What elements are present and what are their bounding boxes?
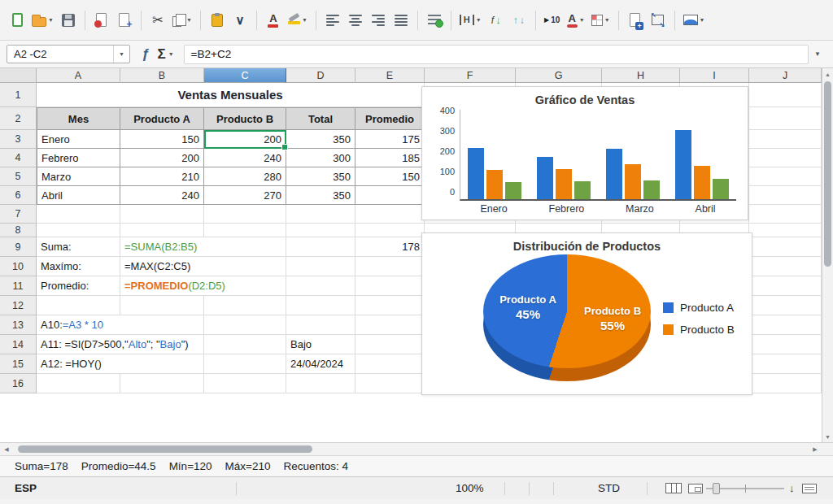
vertical-scrollbar-thumb[interactable] xyxy=(824,81,831,267)
cell-B11[interactable]: =PROMEDIO(D2:D5) xyxy=(120,276,204,296)
row-header-15[interactable]: 15 xyxy=(0,354,37,374)
row-header-6[interactable]: 6 xyxy=(0,186,37,205)
cell-D6[interactable]: 350 xyxy=(286,186,355,205)
merge-cells-button[interactable]: H▼ xyxy=(457,8,484,33)
cell-D4[interactable]: 300 xyxy=(286,149,355,167)
name-box-dropdown[interactable]: ▼ xyxy=(113,46,129,63)
sum-icon[interactable]: Σ xyxy=(157,46,165,63)
row-header-1[interactable]: 1 xyxy=(0,83,37,107)
sort-ascending-button[interactable]: f↓ xyxy=(486,8,507,33)
cell-B12[interactable] xyxy=(120,296,204,315)
row-header-4[interactable]: 4 xyxy=(0,149,37,167)
cell-C3[interactable]: 200 xyxy=(204,130,286,149)
cell-B2[interactable]: Producto A xyxy=(120,107,204,130)
pie-chart-panel[interactable]: Distribución de Productos Producto A 45%… xyxy=(421,232,752,395)
cell-J2[interactable] xyxy=(749,107,822,130)
align-left-button[interactable] xyxy=(322,8,343,33)
cell-D12[interactable] xyxy=(286,296,355,315)
cell-D16[interactable] xyxy=(286,374,355,393)
scroll-up-icon[interactable]: ▲ xyxy=(822,68,833,80)
cell-J6[interactable] xyxy=(749,186,822,205)
page-style-icon[interactable] xyxy=(802,484,817,493)
cell-A10[interactable]: Maxímo: xyxy=(37,257,120,276)
cell-B13[interactable] xyxy=(120,315,204,335)
chevron-down-icon[interactable]: ▼ xyxy=(168,51,174,57)
column-header-I[interactable]: I xyxy=(680,68,749,83)
cut-button[interactable]: ✂ xyxy=(147,8,168,33)
cell-C12[interactable] xyxy=(204,296,286,315)
column-header-D[interactable]: D xyxy=(286,68,355,83)
cell-J9[interactable] xyxy=(749,237,822,257)
row-header-8[interactable]: 8 xyxy=(0,224,37,237)
cell-A13[interactable]: A10: =A3 * 10 xyxy=(37,315,120,335)
resize-object-button[interactable] xyxy=(648,8,669,33)
cell-J3[interactable] xyxy=(749,130,822,149)
cell-J5[interactable] xyxy=(749,167,822,186)
row-header-3[interactable]: 3 xyxy=(0,130,37,149)
cell-C6[interactable]: 270 xyxy=(204,186,286,205)
cell-J12[interactable] xyxy=(749,296,822,315)
cell-D2[interactable]: Total xyxy=(286,107,355,130)
row-header-7[interactable]: 7 xyxy=(0,205,37,224)
export-pdf-button[interactable] xyxy=(91,8,112,33)
column-header-C[interactable]: C xyxy=(204,68,286,83)
cell-C4[interactable]: 240 xyxy=(204,149,286,167)
cell-J7[interactable] xyxy=(749,205,822,224)
scroll-left-icon[interactable]: ◀ xyxy=(0,443,13,455)
cell-B6[interactable]: 240 xyxy=(120,186,204,205)
cell-D5[interactable]: 350 xyxy=(286,167,355,186)
cell-C7[interactable] xyxy=(204,205,286,224)
column-header-A[interactable]: A xyxy=(37,68,120,83)
scroll-right-icon[interactable]: ▶ xyxy=(809,443,822,455)
row-header-12[interactable]: 12 xyxy=(0,296,37,315)
cell-D11[interactable] xyxy=(286,276,355,296)
cell-E13[interactable] xyxy=(355,315,425,335)
row-header-16[interactable]: 16 xyxy=(0,374,37,393)
cell-B3[interactable]: 150 xyxy=(120,130,204,149)
cell-J14[interactable] xyxy=(749,335,822,354)
cell-C9[interactable] xyxy=(204,237,286,257)
align-center-button[interactable] xyxy=(345,8,366,33)
column-header-J[interactable]: J xyxy=(749,68,822,83)
row-header-11[interactable]: 11 xyxy=(0,276,37,296)
row-header-14[interactable]: 14 xyxy=(0,335,37,354)
cell-A6[interactable]: Abril xyxy=(37,186,120,205)
cell-E15[interactable] xyxy=(355,354,425,374)
cell-A3[interactable]: Enero xyxy=(37,130,120,149)
cell-E2[interactable]: Promedio xyxy=(355,107,425,130)
column-header-E[interactable]: E xyxy=(355,68,425,83)
cell-E6[interactable] xyxy=(355,186,425,205)
name-box-value[interactable]: A2 -C2 xyxy=(7,48,113,60)
view-columns-icon[interactable] xyxy=(665,483,682,493)
zoom-level[interactable]: 100% xyxy=(456,482,484,494)
print-preview-button[interactable] xyxy=(114,8,135,33)
cell-J1[interactable] xyxy=(749,83,822,107)
selection-mode[interactable]: STD xyxy=(598,482,620,494)
language-indicator[interactable]: ESP xyxy=(15,482,37,494)
cell-A15[interactable]: A12: =HOY() xyxy=(37,354,120,374)
cell-E3[interactable]: 175 xyxy=(355,130,425,149)
cell-E8[interactable] xyxy=(355,224,425,237)
cell-A5[interactable]: Marzo xyxy=(37,167,120,186)
cell-A16[interactable] xyxy=(37,374,120,393)
font-color-button[interactable]: A xyxy=(263,8,284,33)
open-file-button[interactable]: ▼ xyxy=(29,8,56,33)
insert-object-button[interactable] xyxy=(625,8,646,33)
highlight-color-button[interactable]: ▼ xyxy=(286,8,310,33)
cell-D7[interactable] xyxy=(286,205,355,224)
view-page-icon[interactable] xyxy=(688,484,703,493)
zoom-slider[interactable] xyxy=(706,477,784,500)
cell-J13[interactable] xyxy=(749,315,822,335)
cell-J4[interactable] xyxy=(749,149,822,167)
cell-D10[interactable] xyxy=(286,257,355,276)
scroll-down-icon[interactable]: ▼ xyxy=(822,431,833,442)
number-format-button[interactable]: ▶10 xyxy=(542,8,563,33)
paste-special-button[interactable]: ∨ xyxy=(229,8,251,33)
cell-E11[interactable] xyxy=(355,276,425,296)
cell-E4[interactable]: 185 xyxy=(355,149,425,167)
cell-D8[interactable] xyxy=(286,224,355,237)
cell-E12[interactable] xyxy=(355,296,425,315)
cell-D15[interactable]: 24/04/2024 xyxy=(286,354,355,374)
cell-B7[interactable] xyxy=(120,205,204,224)
cell-C8[interactable] xyxy=(204,224,286,237)
